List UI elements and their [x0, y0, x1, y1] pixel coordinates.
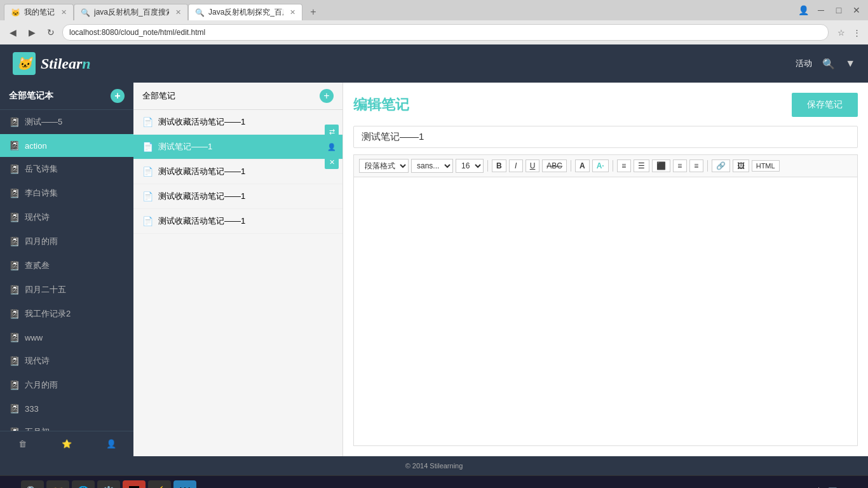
- taskbar-chrome[interactable]: 🌐: [72, 480, 95, 489]
- refresh-button[interactable]: ↻: [43, 25, 58, 40]
- note-content-editor[interactable]: [353, 177, 858, 446]
- tab2-close[interactable]: ✕: [175, 8, 181, 17]
- browser-window: 🐱 我的笔记 ✕ 🔍 java反射机制_百度搜索 ✕ 🔍 Java反射机制探究_…: [0, 0, 868, 488]
- editor-panel: 编辑笔记 保存笔记 段落格式 sans... 16 B I: [343, 83, 868, 456]
- sidebar-list: 📓 测试——5 📓 action 📓 岳飞诗集 📓 李白诗集: [0, 110, 133, 431]
- editor-toolbar: 段落格式 sans... 16 B I U ABC A A·: [353, 154, 858, 177]
- align-center-button[interactable]: ≡: [673, 159, 687, 172]
- browser-tab-3[interactable]: 🔍 Java反射机制探究_百度... ✕: [188, 4, 302, 20]
- browser-tab-1[interactable]: 🐱 我的笔记 ✕: [4, 4, 74, 20]
- close-button[interactable]: ✕: [850, 4, 863, 17]
- sidebar-item-label-6: 查贰叁: [25, 260, 50, 271]
- note-label-0: 测试收藏活动笔记——1: [158, 116, 334, 128]
- back-button[interactable]: ◀: [5, 25, 20, 40]
- address-input[interactable]: [62, 24, 829, 41]
- notebook-icon-10: 📓: [9, 356, 20, 366]
- delete-button[interactable]: 🗑: [0, 431, 44, 456]
- unordered-list-button[interactable]: ☰: [634, 159, 649, 172]
- bg-color-button[interactable]: A·: [592, 159, 609, 172]
- sidebar-add-button[interactable]: +: [111, 89, 125, 103]
- sidebar-item-10[interactable]: 📓 现代诗: [0, 349, 133, 373]
- font-select[interactable]: sans...: [411, 159, 453, 173]
- taskbar-search[interactable]: 🔍: [21, 480, 44, 489]
- strikethrough-button[interactable]: ABC: [542, 159, 567, 172]
- header-dropdown-icon[interactable]: ▼: [845, 58, 855, 69]
- sidebar-item-8[interactable]: 📓 我工作记录2: [0, 302, 133, 326]
- menu-icon[interactable]: ⋮: [850, 26, 863, 39]
- note-item-3[interactable]: 📄 测试收藏活动笔记——1: [133, 184, 342, 209]
- italic-button[interactable]: I: [509, 159, 523, 172]
- note-label-3: 测试收藏活动笔记——1: [158, 191, 334, 202]
- html-source-button[interactable]: HTML: [752, 160, 780, 172]
- sidebar-bottom: 🗑 ⭐ 👤: [0, 431, 133, 456]
- sidebar-item-13[interactable]: 📓 五月初: [0, 420, 133, 431]
- note-share-button[interactable]: 👤: [325, 140, 339, 154]
- note-item-1[interactable]: 📄 测试笔记——1 ⇄ 👤 ✕: [133, 135, 342, 159]
- note-item-4[interactable]: 📄 测试收藏活动笔记——1: [133, 209, 342, 234]
- note-move-button[interactable]: ⇄: [325, 125, 339, 139]
- taskbar-apps: 🔍 📁 🌐 ⚙️ 🅿 ⚡ W: [21, 480, 196, 489]
- sidebar-item-0[interactable]: 📓 测试——5: [0, 110, 133, 134]
- bookmark-icon[interactable]: ☆: [835, 26, 848, 39]
- note-icon-0: 📄: [142, 117, 153, 127]
- taskbar-app-6[interactable]: ⚡: [148, 480, 171, 489]
- start-button[interactable]: ⊞: [6, 485, 16, 489]
- note-title-input[interactable]: [353, 126, 858, 148]
- header-search-icon[interactable]: 🔍: [822, 58, 835, 70]
- insert-link-button[interactable]: 🔗: [712, 159, 730, 172]
- notes-list: 📄 测试收藏活动笔记——1 📄 测试笔记——1 ⇄ 👤 ✕: [133, 110, 342, 456]
- taskbar-word[interactable]: W: [173, 480, 196, 489]
- size-select[interactable]: 16: [456, 159, 484, 173]
- browser-actions: ☆ ⋮: [835, 26, 863, 39]
- sidebar-item-12[interactable]: 📓 333: [0, 397, 133, 420]
- window-controls: 👤 ─ □ ✕: [797, 4, 863, 17]
- sidebar-item-6[interactable]: 📓 查贰叁: [0, 254, 133, 278]
- bold-button[interactable]: B: [492, 159, 506, 172]
- sidebar-item-label-5: 四月的雨: [25, 236, 58, 247]
- editor-title: 编辑笔记: [353, 95, 409, 114]
- app-logo: 🐱 Stilearn: [13, 52, 91, 75]
- new-tab-button[interactable]: +: [305, 4, 322, 20]
- underline-button[interactable]: U: [526, 159, 540, 172]
- taskbar: ⊞ 🔍 📁 🌐 ⚙️ 🅿 ⚡ W 中 🈳 10:09: [0, 475, 868, 488]
- note-item-0[interactable]: 📄 测试收藏活动笔记——1: [133, 110, 342, 135]
- notes-add-button[interactable]: +: [320, 89, 334, 103]
- sidebar-item-label-2: 岳飞诗集: [25, 163, 58, 175]
- align-right-button[interactable]: ≡: [689, 159, 703, 172]
- note-item-2[interactable]: 📄 测试收藏活动笔记——1: [133, 159, 342, 184]
- notes-panel-title: 全部笔记: [142, 90, 175, 102]
- tab3-close[interactable]: ✕: [290, 8, 295, 17]
- sidebar-item-5[interactable]: 📓 四月的雨: [0, 229, 133, 254]
- font-color-button[interactable]: A: [575, 159, 590, 172]
- sidebar-item-2[interactable]: 📓 岳飞诗集: [0, 157, 133, 181]
- app-footer: © 2014 Stilearning: [0, 456, 868, 475]
- sidebar-item-4[interactable]: 📓 现代诗: [0, 205, 133, 229]
- note-label-4: 测试收藏活动笔记——1: [158, 215, 334, 227]
- minimize-button[interactable]: ─: [815, 4, 827, 17]
- share-button[interactable]: 👤: [89, 431, 133, 456]
- ordered-list-button[interactable]: ≡: [617, 159, 631, 172]
- sidebar-item-1[interactable]: 📓 action: [0, 134, 133, 157]
- logo-icon: 🐱: [13, 52, 36, 75]
- sidebar-item-label-12: 333: [25, 404, 39, 414]
- browser-tab-2[interactable]: 🔍 java反射机制_百度搜索 ✕: [74, 4, 188, 20]
- format-select[interactable]: 段落格式: [359, 159, 409, 173]
- tab1-close[interactable]: ✕: [61, 8, 67, 17]
- user-icon-btn[interactable]: 👤: [797, 4, 810, 17]
- sidebar-item-7[interactable]: 📓 四月二十五: [0, 278, 133, 302]
- taskbar-app-5[interactable]: 🅿: [123, 480, 146, 489]
- notebook-icon-5: 📓: [9, 236, 20, 247]
- sidebar-item-9[interactable]: 📓 www: [0, 326, 133, 349]
- sidebar-item-3[interactable]: 📓 李白诗集: [0, 181, 133, 205]
- taskbar-app-2[interactable]: 📁: [46, 480, 69, 489]
- forward-button[interactable]: ▶: [24, 25, 39, 40]
- maximize-button[interactable]: □: [832, 4, 845, 17]
- save-note-button[interactable]: 保存笔记: [792, 93, 858, 117]
- insert-image-button[interactable]: 🖼: [733, 159, 749, 172]
- align-left-button[interactable]: ⬛: [652, 159, 670, 172]
- taskbar-app-4[interactable]: ⚙️: [97, 480, 120, 489]
- sidebar-item-11[interactable]: 📓 六月的雨: [0, 373, 133, 397]
- favorite-button[interactable]: ⭐: [44, 431, 89, 456]
- header-menu-active[interactable]: 活动: [796, 58, 812, 69]
- sidebar-item-label-0: 测试——5: [25, 116, 62, 128]
